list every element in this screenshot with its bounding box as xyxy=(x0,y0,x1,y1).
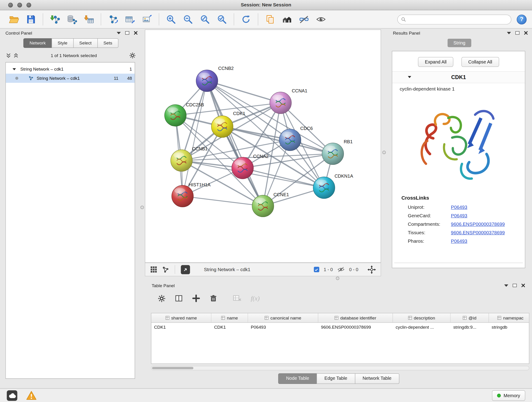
tab-style[interactable]: Style xyxy=(51,38,74,48)
table-cell[interactable]: CDK1 xyxy=(211,323,248,332)
zoom-selected-button[interactable] xyxy=(215,12,229,26)
detach-view-button[interactable] xyxy=(181,265,190,274)
close-panel-icon[interactable] xyxy=(524,31,528,35)
crosslink-link[interactable]: 9606.ENSP00000378699 xyxy=(451,230,505,235)
table-options-gear-icon[interactable] xyxy=(158,294,166,302)
panel-menu-icon[interactable] xyxy=(117,32,121,34)
show-columns-icon[interactable] xyxy=(175,294,183,303)
copy-button[interactable] xyxy=(263,12,277,26)
table-panel: Table Panel f(x) shared namenamecanonica… xyxy=(148,281,529,388)
right-splitter-handle[interactable] xyxy=(382,151,386,154)
show-all-button[interactable] xyxy=(314,12,328,26)
hide-selected-button[interactable] xyxy=(297,12,311,26)
collapse-all-networks-icon[interactable] xyxy=(6,53,11,58)
column-header-shared-name[interactable]: shared name xyxy=(151,313,211,323)
crosslink-link[interactable]: P06493 xyxy=(451,204,467,210)
float-panel-icon[interactable] xyxy=(513,284,517,287)
network-graph[interactable]: CCNB2CCNA1CDC25BCDK1CDC6RB1CCNB1CCNA2CDK… xyxy=(145,30,381,262)
save-session-button[interactable] xyxy=(24,12,38,26)
network-row-selected[interactable]: String Network – cdk1 11 48 xyxy=(6,74,135,83)
table-cell[interactable]: 9606.ENSP00000378699 xyxy=(318,323,393,332)
network-edge[interactable] xyxy=(207,81,263,206)
column-header-canonical-name[interactable]: canonical name xyxy=(248,313,318,323)
tab-network-table[interactable]: Network Table xyxy=(355,373,399,384)
protein-description: cyclin-dependent kinase 1 xyxy=(392,83,525,92)
float-panel-icon[interactable] xyxy=(515,31,519,35)
table-cell[interactable]: stringdb xyxy=(489,323,529,332)
apply-layout-button[interactable] xyxy=(239,12,253,26)
tab-select[interactable]: Select xyxy=(73,38,98,48)
network-canvas[interactable]: CCNB2CCNA1CDC25BCDK1CDC6RB1CCNB1CCNA2CDK… xyxy=(145,30,381,263)
zoom-in-button[interactable] xyxy=(164,12,178,26)
left-splitter-handle[interactable] xyxy=(140,206,144,209)
bottom-splitter-handle[interactable] xyxy=(336,277,339,280)
column-header--id[interactable]: @id xyxy=(451,313,489,323)
import-table-file-button[interactable] xyxy=(82,12,95,26)
table-cell[interactable]: P06493 xyxy=(248,323,318,332)
zoom-out-button[interactable] xyxy=(181,12,195,26)
network-collection-row[interactable]: String Network – cdk1 1 xyxy=(6,64,135,74)
panel-menu-icon[interactable] xyxy=(504,284,508,287)
new-table-button[interactable] xyxy=(123,12,137,26)
zoom-selected-icon xyxy=(217,14,227,24)
import-network-database-button[interactable] xyxy=(65,12,79,26)
crosslink-link[interactable]: P06493 xyxy=(451,238,467,244)
node-label-ccna2: CCNA2 xyxy=(253,154,269,159)
window-close-button[interactable] xyxy=(8,3,13,7)
table-row[interactable]: CDK1CDK1P064939606.ENSP00000378699cyclin… xyxy=(151,323,529,332)
panel-menu-icon[interactable] xyxy=(507,32,511,34)
new-network-button[interactable] xyxy=(106,12,120,26)
expand-all-networks-icon[interactable] xyxy=(13,53,18,58)
network-edge[interactable] xyxy=(183,81,207,196)
sphere-highlight xyxy=(174,188,185,193)
zoom-fit-button[interactable] xyxy=(198,12,212,26)
delete-column-trash-icon[interactable] xyxy=(209,294,218,303)
crosslink-link[interactable]: P06493 xyxy=(451,213,467,218)
fit-content-crosshair-icon[interactable] xyxy=(367,265,376,274)
table-cell[interactable]: stringdb:9... xyxy=(451,323,489,332)
column-header-database-identifier[interactable]: database identifier xyxy=(318,313,393,323)
window-minimize-button[interactable] xyxy=(17,3,22,7)
tab-network[interactable]: Network xyxy=(23,38,52,48)
table-cell[interactable]: CDK1 xyxy=(151,323,211,332)
search-box[interactable] xyxy=(397,14,511,24)
tab-sets[interactable]: Sets xyxy=(97,38,119,48)
open-session-button[interactable] xyxy=(7,12,21,26)
expand-all-button[interactable]: Expand All xyxy=(418,57,453,67)
search-input[interactable] xyxy=(408,17,508,22)
network-edge[interactable] xyxy=(207,81,280,103)
title-bar: Session: New Session xyxy=(0,0,532,10)
export-image-button[interactable] xyxy=(140,12,154,26)
tab-edge-table[interactable]: Edge Table xyxy=(317,373,355,384)
scrollbar-thumb[interactable] xyxy=(152,367,193,369)
network-edge[interactable] xyxy=(183,196,263,206)
crosslink-row: GeneCard:P06493 xyxy=(392,211,525,220)
collapse-all-button[interactable]: Collapse All xyxy=(462,57,499,67)
window-zoom-button[interactable] xyxy=(27,3,32,7)
tree-expander-icon[interactable] xyxy=(13,68,16,70)
close-panel-icon[interactable] xyxy=(521,283,525,288)
column-header-description[interactable]: description xyxy=(393,313,451,323)
table-header-row: shared namenamecanonical namedatabase id… xyxy=(151,313,529,323)
tab-string[interactable]: String xyxy=(448,39,471,47)
birdseye-grid-icon[interactable] xyxy=(150,266,158,274)
table-horizontal-scrollbar[interactable] xyxy=(151,366,529,370)
tab-node-table[interactable]: Node Table xyxy=(278,373,317,384)
help-button[interactable]: ? xyxy=(517,14,526,24)
network-overview-icon[interactable] xyxy=(162,266,169,273)
network-options-gear-icon[interactable] xyxy=(129,52,136,58)
protein-section-header[interactable]: CDK1 xyxy=(392,71,525,83)
column-header-name[interactable]: name xyxy=(211,313,248,323)
add-column-plus-icon[interactable] xyxy=(192,294,200,303)
cloud-button[interactable] xyxy=(7,390,17,401)
table-cell[interactable]: cyclin-dependent ... xyxy=(393,323,451,332)
home-button[interactable] xyxy=(280,12,294,26)
warnings-button[interactable] xyxy=(26,390,37,400)
column-header-namespac[interactable]: namespac xyxy=(489,313,529,323)
section-expander-icon[interactable] xyxy=(408,76,411,78)
float-panel-icon[interactable] xyxy=(125,31,129,35)
import-network-file-button[interactable] xyxy=(48,12,62,26)
memory-button[interactable]: Memory xyxy=(492,390,525,401)
crosslink-link[interactable]: 9606.ENSP00000378699 xyxy=(451,221,505,227)
close-panel-icon[interactable] xyxy=(133,31,138,35)
